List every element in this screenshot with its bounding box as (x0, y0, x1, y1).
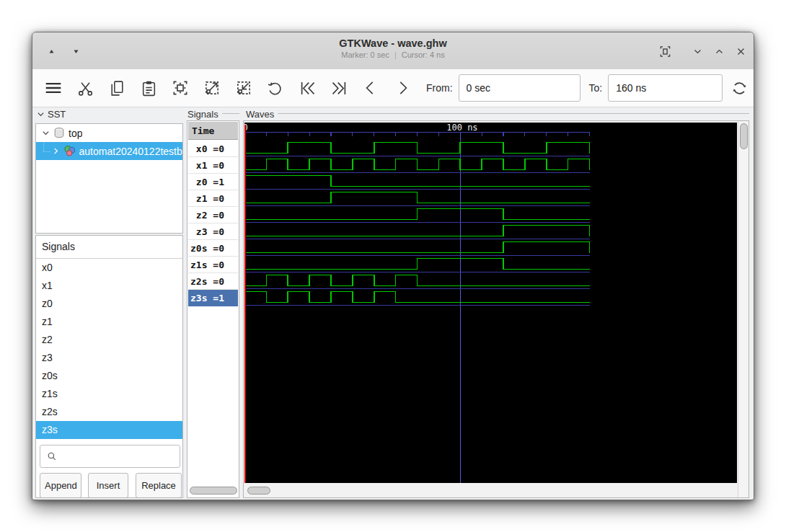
replace-button[interactable]: Replace (136, 473, 182, 498)
to-label: To: (589, 82, 603, 94)
from-input[interactable] (459, 74, 580, 102)
timeline-ruler (244, 133, 590, 137)
cut-icon[interactable] (73, 76, 97, 100)
toolbar: From: To: (32, 69, 754, 107)
prev-edge-icon[interactable] (358, 76, 383, 100)
next-edge-icon[interactable] (390, 76, 415, 100)
signal-list-item[interactable]: z3s (36, 421, 182, 439)
waves-hscrollbar[interactable] (245, 486, 736, 496)
subtitle-separator: | (394, 50, 397, 59)
window-title: GTKWave - wave.ghw (32, 37, 754, 50)
database-icon (53, 127, 65, 139)
go-to-start-icon[interactable] (295, 76, 319, 100)
sst-tree-panel: topautomat20240122testbe (35, 123, 183, 234)
waves-hscrollbar-thumb[interactable] (247, 487, 270, 495)
titlebar-text: GTKWave - wave.ghw Marker: 0 sec|Cursor:… (32, 37, 754, 61)
timeline-tick-label: 100 ns (446, 123, 477, 133)
signal-value-row[interactable]: z0 =1 (188, 174, 238, 190)
undo-icon[interactable] (263, 76, 288, 100)
maximize-chevron-icon[interactable] (710, 42, 728, 61)
waves-vscrollbar-thumb[interactable] (740, 123, 748, 149)
signal-value-row[interactable]: x1 =0 (188, 157, 238, 174)
tree-node-label: automat20240122testbe (79, 146, 182, 157)
signal-trace-z1 (245, 192, 590, 203)
zoom-fit-icon[interactable] (168, 76, 193, 100)
to-input[interactable] (608, 74, 723, 102)
desktop-background: GTKWave - wave.ghw Marker: 0 sec|Cursor:… (0, 0, 786, 532)
copy-icon[interactable] (105, 76, 129, 100)
search-input[interactable] (62, 451, 180, 463)
signal-value-row[interactable]: x0 =0 (188, 141, 238, 157)
signal-list-item[interactable]: x0 (36, 259, 182, 277)
signal-list-item[interactable]: z0 (36, 295, 182, 313)
search-box[interactable] (40, 445, 180, 468)
chevron-down-icon (37, 110, 45, 118)
signal-list-item[interactable]: z1s (36, 385, 182, 403)
tree-node-label: top (69, 128, 82, 139)
signal-list-item[interactable]: z1 (36, 313, 182, 331)
titlebar[interactable]: GTKWave - wave.ghw Marker: 0 sec|Cursor:… (32, 32, 754, 70)
sst-expander[interactable]: SST (37, 109, 66, 120)
append-button[interactable]: Append (40, 473, 81, 498)
signal-value-row[interactable]: z2 =0 (188, 207, 238, 223)
go-to-end-icon[interactable] (327, 76, 351, 100)
signal-list-item[interactable]: z2 (36, 331, 182, 349)
minimize-chevron-icon[interactable] (688, 42, 707, 61)
signal-trace-z2s (245, 275, 590, 286)
signal-trace-z3 (245, 226, 590, 236)
signal-trace-z2 (245, 209, 590, 220)
gtkwave-window: GTKWave - wave.ghw Marker: 0 sec|Cursor:… (32, 32, 754, 500)
signals-list-header: Signals (36, 236, 182, 259)
signal-list-item[interactable]: z0s (36, 367, 182, 385)
wave-canvas[interactable]: 0100 ns (244, 123, 737, 483)
waves-panel-label: Waves (246, 109, 274, 120)
signal-trace-z0s (245, 242, 590, 253)
sst-tree-row[interactable]: top (36, 124, 182, 142)
cursor-status: Cursor: 4 ns (402, 50, 445, 59)
waves-panel: 0100 ns (243, 120, 749, 498)
signals-list-panel: Signals x0x1z0z1z2z3z0sz1sz2sz3s AppendI… (35, 235, 183, 498)
signal-value-row[interactable]: z1s =0 (188, 257, 238, 273)
chevron-down-icon[interactable] (42, 129, 50, 137)
signal-value-row[interactable]: z0s =0 (188, 240, 238, 257)
values-hscrollbar-thumb[interactable] (190, 487, 237, 495)
signal-value-row[interactable]: z3s =1 (188, 290, 238, 306)
waves-vscrollbar[interactable] (738, 121, 749, 497)
signal-trace-x0 (245, 143, 590, 154)
component-icon (63, 145, 76, 157)
from-label: From: (426, 82, 453, 94)
insert-button[interactable]: Insert (88, 473, 128, 498)
sst-tree-row[interactable]: automat20240122testbe (36, 142, 182, 160)
time-header[interactable]: Time (188, 122, 238, 140)
chevron-right-icon[interactable] (52, 147, 60, 155)
signal-value-row[interactable]: z1 =0 (188, 190, 238, 207)
signal-values-panel: Time x0 =0 x1 =0 z0 =1 z1 =0 z2 =0 z3 =0… (187, 120, 239, 498)
signal-trace-x1 (245, 159, 590, 170)
zoom-out-icon[interactable] (200, 76, 224, 100)
magnifier-icon (46, 451, 58, 462)
window-subtitle: Marker: 0 sec|Cursor: 4 ns (32, 50, 754, 61)
close-icon[interactable] (731, 42, 750, 61)
signal-value-row[interactable]: z3 =0 (188, 223, 238, 240)
signal-list-item[interactable]: z3 (36, 349, 182, 367)
signal-value-row[interactable]: z2s =0 (188, 273, 238, 290)
keep-above-icon[interactable] (655, 42, 674, 61)
tree-guide (43, 143, 50, 152)
signal-trace-z1s (245, 259, 590, 270)
sst-label: SST (48, 109, 66, 120)
signal-trace-z3s (245, 292, 590, 303)
marker-status: Marker: 0 sec (341, 50, 389, 59)
values-panel-label: Signals (187, 109, 218, 120)
signal-list-item[interactable]: z2s (36, 403, 182, 421)
reload-icon[interactable] (730, 76, 749, 100)
zoom-in-icon[interactable] (231, 76, 256, 100)
signal-list-item[interactable]: x1 (36, 277, 182, 295)
menu-icon[interactable] (41, 76, 66, 100)
paste-icon[interactable] (136, 76, 161, 100)
signal-trace-z0 (245, 176, 590, 187)
values-hscrollbar[interactable] (189, 486, 239, 496)
